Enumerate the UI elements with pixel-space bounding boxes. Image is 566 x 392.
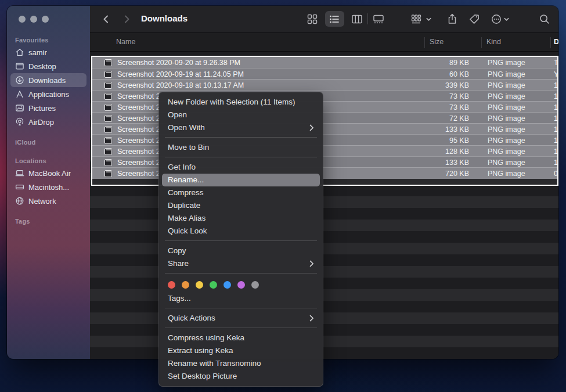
traffic-lights [19, 16, 49, 23]
menu-item-label: Extract using Keka [168, 344, 233, 357]
more-icon[interactable] [491, 13, 502, 25]
sidebar-item-samir[interactable]: samir [10, 45, 86, 59]
sidebar-sections: FavouritessamirDesktopDownloadsApplicati… [7, 35, 90, 226]
menu-item-quick-actions[interactable]: Quick Actions [162, 312, 320, 325]
file-kind: PNG image [488, 102, 525, 113]
column-separator[interactable] [424, 37, 425, 48]
menu-item-label: Quick Look [168, 225, 207, 238]
sidebar-item-label: AirDrop [28, 118, 54, 127]
file-row[interactable]: Screenshot 2020-09-18 at 10.13.17 AM339 … [92, 79, 557, 91]
column-separator[interactable] [550, 37, 551, 48]
sidebar-item-airdrop[interactable]: AirDrop [10, 115, 86, 129]
menu-item-compress-using-keka[interactable]: Compress using Keka [162, 332, 320, 344]
file-thumbnail-icon [104, 159, 112, 166]
file-thumbnail-icon [104, 59, 112, 66]
gallery-view-icon[interactable] [373, 13, 384, 25]
minimize-button[interactable] [30, 16, 37, 23]
airdrop-icon [15, 117, 24, 127]
column-header-kind[interactable]: Kind [486, 38, 501, 46]
share-icon[interactable] [446, 13, 458, 25]
drive-icon [15, 182, 24, 192]
menu-item-label: Rename... [168, 174, 204, 186]
file-kind: PNG image [488, 146, 525, 157]
file-kind: PNG image [488, 124, 525, 135]
chevron-right-icon [309, 124, 314, 131]
file-kind: PNG image [488, 157, 525, 168]
menu-item-label: Get Info [168, 161, 196, 174]
menu-item-duplicate[interactable]: Duplicate [162, 199, 320, 212]
tag-color-purple[interactable] [237, 281, 245, 289]
group-icon[interactable] [410, 13, 422, 25]
file-date: 1 [554, 113, 557, 124]
file-row[interactable]: Screenshot 2020-09-20 at 9.26.38 PM89 KB… [92, 57, 557, 69]
tag-color-orange[interactable] [182, 281, 189, 289]
file-size: 72 KB [405, 113, 469, 124]
menu-separator [165, 137, 317, 138]
menu-item-new-folder-with-selection-11-items[interactable]: New Folder with Selection (11 Items) [162, 96, 320, 109]
grid-view-icon[interactable] [307, 13, 318, 25]
tag-icon[interactable] [468, 13, 480, 25]
list-view-icon[interactable] [329, 13, 340, 25]
file-kind: PNG image [488, 69, 525, 80]
menu-item-rename-with-transnomino[interactable]: Rename with Transnomino [162, 357, 320, 370]
column-header-name[interactable]: Name [116, 38, 135, 46]
sidebar-item-applications[interactable]: Applications [10, 87, 86, 101]
file-name: Screenshot 2 [117, 124, 160, 135]
file-size: 73 KB [405, 102, 469, 113]
sidebar-item-pictures[interactable]: Pictures [10, 101, 86, 115]
tag-color-yellow[interactable] [196, 281, 203, 289]
sidebar-item-downloads[interactable]: Downloads [10, 73, 86, 87]
file-name: Screenshot 2 [117, 168, 160, 179]
column-header-size[interactable]: Size [430, 38, 444, 46]
menu-item-rename[interactable]: Rename... [162, 174, 320, 186]
sidebar-item-macintosh[interactable]: Macintosh... [10, 180, 86, 194]
window-title: Downloads [141, 13, 188, 23]
file-kind: PNG image [488, 80, 525, 91]
sidebar-section-header-locations: Locations [10, 156, 86, 166]
menu-item-share[interactable]: Share [162, 257, 320, 270]
menu-item-open[interactable]: Open [162, 109, 320, 121]
file-name: Screenshot 2 [117, 91, 160, 102]
menu-item-compress[interactable]: Compress [162, 186, 320, 199]
more-chevron-down-icon[interactable] [503, 16, 510, 23]
sidebar-item-macbook-air[interactable]: MacBook Air [10, 166, 86, 180]
menu-item-set-desktop-picture[interactable]: Set Desktop Picture [162, 370, 320, 383]
back-button[interactable] [100, 13, 112, 25]
downloads-icon [15, 75, 24, 85]
menu-item-make-alias[interactable]: Make Alias [162, 212, 320, 225]
menu-item-open-with[interactable]: Open With [162, 121, 320, 134]
file-row[interactable]: Screenshot 2020-09-19 at 11.24.05 PM60 K… [92, 68, 557, 80]
close-button[interactable] [19, 16, 26, 23]
menu-item-move-to-bin[interactable]: Move to Bin [162, 141, 320, 154]
menu-item-label: New Folder with Selection (11 Items) [168, 96, 295, 109]
menu-item-label: Share [168, 257, 189, 270]
toolbar-divider [367, 13, 368, 24]
applications-icon [15, 89, 24, 99]
tag-color-gray[interactable] [251, 281, 259, 289]
menu-item-get-info[interactable]: Get Info [162, 161, 320, 174]
sidebar-item-desktop[interactable]: Desktop [10, 59, 86, 73]
zoom-button[interactable] [42, 16, 49, 23]
menu-item-quick-look[interactable]: Quick Look [162, 225, 320, 238]
sidebar-item-label: samir [28, 48, 47, 57]
tag-color-blue[interactable] [223, 281, 231, 289]
search-icon[interactable] [539, 13, 550, 25]
sidebar-item-label: Downloads [28, 76, 66, 85]
tag-color-green[interactable] [210, 281, 217, 289]
forward-button[interactable] [121, 13, 132, 25]
laptop-icon [15, 168, 24, 178]
file-name: Screenshot 2020-09-20 at 9.26.38 PM [117, 57, 240, 69]
column-header-date[interactable]: D [554, 38, 558, 46]
sidebar-item-label: Macintosh... [28, 183, 69, 192]
file-date: Y [554, 69, 557, 80]
column-separator[interactable] [481, 37, 482, 48]
menu-item-tags[interactable]: Tags... [162, 292, 320, 305]
column-view-icon[interactable] [351, 13, 363, 25]
group-chevron-down-icon[interactable] [426, 16, 432, 23]
menu-separator [165, 157, 317, 157]
tag-color-red[interactable] [168, 281, 175, 289]
sidebar-item-label: Pictures [28, 104, 56, 113]
menu-item-copy[interactable]: Copy [162, 244, 320, 257]
sidebar-item-network[interactable]: Network [10, 194, 86, 208]
menu-item-extract-using-keka[interactable]: Extract using Keka [162, 344, 320, 357]
